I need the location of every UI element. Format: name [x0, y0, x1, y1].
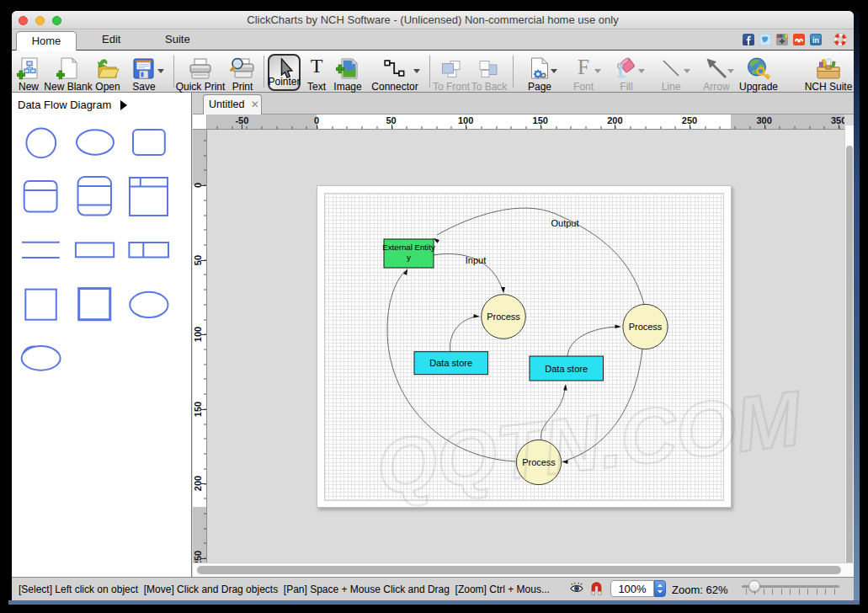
svg-text:Process: Process [487, 312, 520, 322]
svg-text:External Entity: External Entity [382, 243, 435, 252]
svg-text:Process: Process [629, 322, 663, 332]
svg-text:Input: Input [466, 255, 486, 265]
svg-text:Output: Output [551, 218, 578, 228]
svg-text:Data store: Data store [429, 358, 472, 368]
svg-text:in: in [812, 36, 819, 45]
svg-text:y: y [407, 253, 411, 262]
svg-text:Process: Process [522, 457, 556, 467]
svg-text:Data store: Data store [545, 364, 588, 374]
